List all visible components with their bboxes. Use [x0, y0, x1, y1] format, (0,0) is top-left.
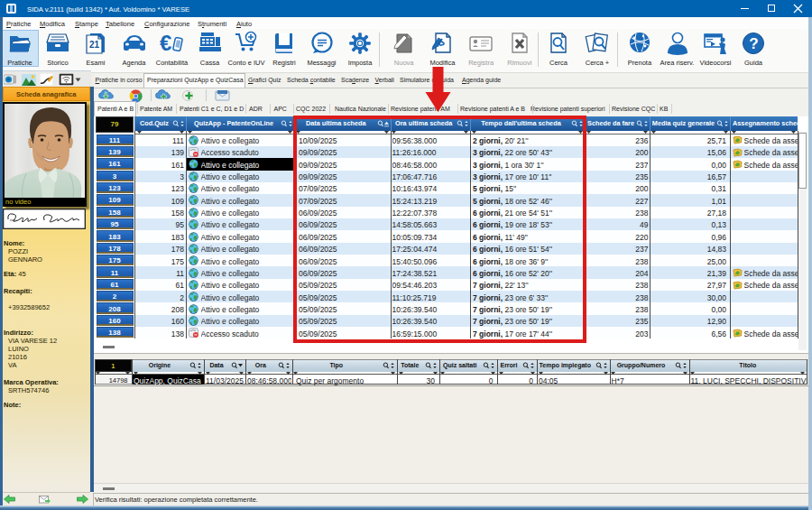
svg-text:€: € [160, 31, 171, 55]
svg-text:?: ? [749, 35, 758, 52]
svg-text:21: 21 [89, 40, 100, 50]
